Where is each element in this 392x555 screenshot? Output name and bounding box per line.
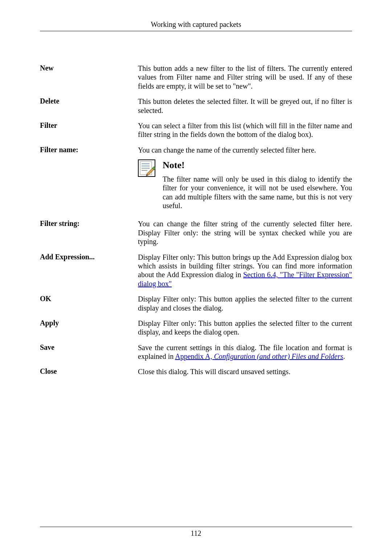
term-delete: Delete: [40, 97, 138, 105]
definition-list: New This button adds a new filter to the…: [40, 64, 352, 376]
term-new: New: [40, 64, 138, 72]
term-filter-string: Filter string:: [40, 219, 138, 228]
term-apply: Apply: [40, 319, 138, 327]
entry-close: Close Close this dialog. This will disca…: [40, 367, 352, 376]
desc-new: This button adds a new filter to the lis…: [138, 64, 352, 90]
entry-filter: Filter You can select a filter from this…: [40, 121, 352, 139]
term-filter: Filter: [40, 121, 138, 130]
footer-rule: [40, 527, 352, 527]
entry-save: Save Save the current settings in this d…: [40, 343, 352, 361]
desc-filter: You can select a filter from this list (…: [138, 121, 352, 139]
note-title: Note!: [163, 159, 352, 171]
entry-add-expression: Add Expression... Display Filter only: T…: [40, 253, 352, 288]
page-header-title: Working with captured packets: [40, 20, 352, 31]
entry-ok: OK Display Filter only: This button appl…: [40, 295, 352, 312]
desc-add-expression: Display Filter only: This button brings …: [138, 253, 352, 288]
link-appendix-a[interactable]: Appendix A, Configuration (and other) Fi…: [175, 352, 343, 360]
note-body: Note! The filter name will only be used …: [163, 159, 352, 210]
term-ok: OK: [40, 295, 138, 303]
desc-delete: This button deletes the selected filter.…: [138, 97, 352, 115]
note-icon: [138, 159, 156, 177]
page-number: 112: [40, 529, 352, 538]
desc-filter-name: You can change the name of the currently…: [138, 146, 352, 210]
link-appendix-a-plain: Appendix A,: [175, 352, 214, 360]
desc-ok: Display Filter only: This button applies…: [138, 295, 352, 312]
term-close: Close: [40, 367, 138, 376]
header-rule: [40, 31, 352, 31]
entry-filter-name: Filter name: You can change the name of …: [40, 146, 352, 210]
note-text: The filter name will only be used in thi…: [163, 175, 352, 210]
term-add-expression: Add Expression...: [40, 253, 138, 261]
desc-close: Close this dialog. This will discard uns…: [138, 367, 352, 376]
term-filter-name: Filter name:: [40, 146, 138, 154]
term-save: Save: [40, 343, 138, 352]
page-footer: 112: [40, 523, 352, 538]
entry-delete: Delete This button deletes the selected …: [40, 97, 352, 115]
desc-filter-name-text: You can change the name of the currently…: [138, 146, 316, 154]
entry-filter-string: Filter string: You can change the filter…: [40, 219, 352, 246]
desc-apply: Display Filter only: This button applies…: [138, 319, 352, 337]
note-block: Note! The filter name will only be used …: [138, 159, 352, 210]
link-appendix-a-italic: Configuration (and other) Files and Fold…: [214, 352, 343, 360]
entry-apply: Apply Display Filter only: This button a…: [40, 319, 352, 337]
desc-save: Save the current settings in this dialog…: [138, 343, 352, 361]
desc-filter-string: You can change the filter string of the …: [138, 219, 352, 246]
desc-save-post: .: [343, 352, 345, 360]
entry-new: New This button adds a new filter to the…: [40, 64, 352, 90]
